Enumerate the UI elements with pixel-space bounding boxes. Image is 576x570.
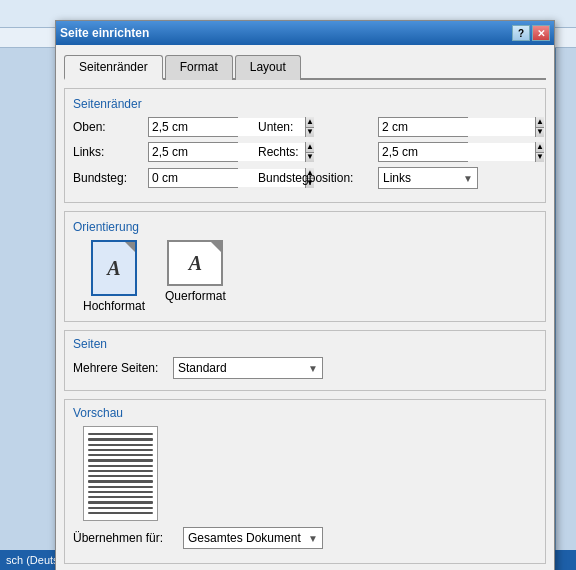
dialog-body: Seitenränder Format Layout Seitenränder … [56, 45, 554, 570]
seitenraender-panel: Seitenränder Oben: ▲ ▼ Unten: ▲ ▼ [64, 88, 546, 203]
tab-layout[interactable]: Layout [235, 55, 301, 80]
help-button[interactable]: ? [512, 25, 530, 41]
tab-format[interactable]: Format [165, 55, 233, 80]
preview-line-14 [88, 501, 153, 503]
oben-spinner[interactable]: ▲ ▼ [148, 117, 238, 137]
bundstegpos-arrow: ▼ [463, 173, 473, 184]
unten-up[interactable]: ▲ [536, 117, 544, 128]
links-spinner[interactable]: ▲ ▼ [148, 142, 238, 162]
mehrere-label: Mehrere Seiten: [73, 361, 173, 375]
ubernehmen-arrow: ▼ [308, 533, 318, 544]
preview-line-1 [88, 433, 153, 435]
app-left-panel [0, 48, 56, 550]
hochformat-letter: A [107, 257, 120, 280]
tab-bar: Seitenränder Format Layout [64, 53, 546, 80]
bundsteg-row: Bundsteg: ▲ ▼ Bundstegposition: Links ▼ [73, 167, 537, 189]
bundstegpos-select[interactable]: Links ▼ [378, 167, 478, 189]
rechts-spinner-btns: ▲ ▼ [535, 142, 544, 162]
seitenraender-title: Seitenränder [73, 97, 537, 111]
unten-input[interactable] [379, 118, 535, 136]
bundstegpos-label: Bundstegposition: [258, 171, 378, 185]
preview-line-5 [88, 454, 153, 456]
preview-line-4 [88, 449, 153, 451]
preview-line-15 [88, 507, 153, 509]
preview-line-6 [88, 459, 153, 461]
preview-line-9 [88, 475, 153, 477]
rechts-input[interactable] [379, 143, 535, 161]
querformat-option[interactable]: A Querformat [165, 240, 226, 313]
unten-spinner[interactable]: ▲ ▼ [378, 117, 468, 137]
bundsteg-spinner[interactable]: ▲ ▼ [148, 168, 238, 188]
bundsteg-label: Bundsteg: [73, 171, 148, 185]
ubernehmen-select[interactable]: Gesamtes Dokument ▼ [183, 527, 323, 549]
seiten-section: Seiten Mehrere Seiten: Standard ▼ [64, 330, 546, 391]
querformat-label: Querformat [165, 289, 226, 303]
hochformat-label: Hochformat [83, 299, 145, 313]
mehrere-select[interactable]: Standard ▼ [173, 357, 323, 379]
dialog-title: Seite einrichten [60, 26, 149, 40]
rechts-spinner[interactable]: ▲ ▼ [378, 142, 468, 162]
orientation-options: A Hochformat A Querformat [83, 240, 537, 313]
orientierung-panel: Orientierung A Hochformat A Querformat [64, 211, 546, 322]
unten-down[interactable]: ▼ [536, 128, 544, 138]
page-setup-dialog: Seite einrichten ? ✕ Seitenränder Format… [55, 20, 555, 570]
ubernehmen-row: Übernehmen für: Gesamtes Dokument ▼ [73, 527, 537, 549]
querformat-letter: A [189, 252, 202, 275]
orientierung-title: Orientierung [73, 220, 537, 234]
unten-spinner-btns: ▲ ▼ [535, 117, 544, 137]
preview-line-7 [88, 465, 153, 467]
vorschau-title: Vorschau [73, 406, 537, 420]
preview-line-10 [88, 480, 153, 482]
oben-label: Oben: [73, 120, 148, 134]
mehrere-value: Standard [178, 361, 227, 375]
preview-line-11 [88, 486, 153, 488]
rechts-down[interactable]: ▼ [536, 153, 544, 163]
mehrere-arrow: ▼ [308, 363, 318, 374]
titlebar-buttons: ? ✕ [512, 25, 550, 41]
mehrere-seiten-row: Mehrere Seiten: Standard ▼ [73, 357, 537, 379]
preview-line-2 [88, 438, 153, 440]
close-button[interactable]: ✕ [532, 25, 550, 41]
rechts-up[interactable]: ▲ [536, 142, 544, 153]
preview-line-3 [88, 444, 153, 446]
app-right-panel [556, 48, 576, 550]
ubernehmen-value: Gesamtes Dokument [188, 531, 301, 545]
querformat-icon: A [167, 240, 223, 286]
ubernehmen-label: Übernehmen für: [73, 531, 183, 545]
corner-fold-landscape [211, 242, 221, 252]
preview-line-16 [88, 512, 153, 514]
links-rechts-row: Links: ▲ ▼ Rechts: ▲ ▼ [73, 142, 537, 162]
tab-seitenraender[interactable]: Seitenränder [64, 55, 163, 80]
hochformat-option[interactable]: A Hochformat [83, 240, 145, 313]
preview-page [83, 426, 158, 521]
rechts-label: Rechts: [258, 145, 378, 159]
oben-unten-row: Oben: ▲ ▼ Unten: ▲ ▼ [73, 117, 537, 137]
vorschau-section: Vorschau Übernehmen [64, 399, 546, 564]
links-label: Links: [73, 145, 148, 159]
hochformat-icon: A [91, 240, 137, 296]
unten-label: Unten: [258, 120, 378, 134]
preview-line-12 [88, 491, 153, 493]
seiten-title: Seiten [73, 337, 537, 351]
bundstegpos-value: Links [383, 171, 411, 185]
corner-fold [125, 242, 135, 252]
preview-line-8 [88, 470, 153, 472]
dialog-titlebar: Seite einrichten ? ✕ [56, 21, 554, 45]
preview-line-13 [88, 496, 153, 498]
